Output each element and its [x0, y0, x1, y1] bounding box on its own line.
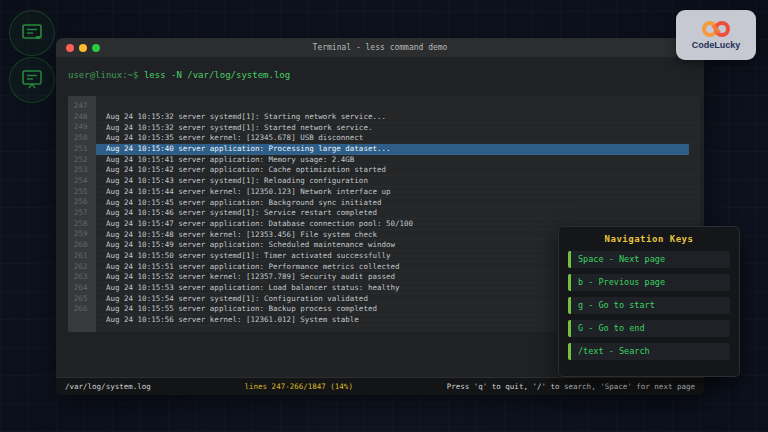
line-number: 247: [74, 101, 96, 112]
log-line: Aug 24 10:15:43 server systemd[1]: Reloa…: [96, 176, 700, 187]
navigation-keys-list: Space - Next pageb - Previous pageg - Go…: [568, 251, 730, 360]
line-number: 249: [74, 122, 96, 133]
navigation-key-item: g - Go to start: [568, 297, 730, 314]
prompt-label: user@linux:~$: [68, 70, 138, 80]
log-line: Aug 24 10:15:41 server application: Memo…: [96, 155, 700, 166]
line-number: 265: [74, 294, 96, 305]
window-title: Terminal - less command demo: [56, 38, 704, 58]
line-number-gutter: 2472482492502512522532542552562572582592…: [68, 96, 96, 332]
log-line: Aug 24 10:15:45 server application: Back…: [96, 198, 700, 209]
infinity-logo-icon: [699, 20, 733, 38]
log-line: Aug 24 10:15:32 server systemd[1]: Start…: [96, 112, 700, 123]
presentation-screen-icon: [9, 57, 55, 103]
log-line: Aug 24 10:15:35 server kernel: [12345.67…: [96, 133, 700, 144]
log-line-highlighted: Aug 24 10:15:40 server application: Proc…: [96, 144, 689, 155]
line-number: 250: [74, 133, 96, 144]
line-number: 258: [74, 219, 96, 230]
line-number: 257: [74, 208, 96, 219]
status-filename: /var/log/system.log: [65, 382, 151, 391]
status-position: lines 247-266/1847 (14%): [151, 382, 447, 391]
navigation-key-item: Space - Next page: [568, 251, 730, 268]
less-status-bar: /var/log/system.log lines 247-266/1847 (…: [56, 377, 704, 395]
line-number: 254: [74, 176, 96, 187]
line-number: 259: [74, 229, 96, 240]
line-number: 255: [74, 187, 96, 198]
status-key-hints: Press 'q' to quit, '/' to search, 'Space…: [447, 382, 695, 391]
chat-message-icon: [9, 10, 55, 56]
line-number: 261: [74, 251, 96, 262]
navigation-keys-panel: Navigation Keys Space - Next pageb - Pre…: [558, 226, 740, 377]
line-number: 251: [74, 144, 96, 155]
line-number: 248: [74, 112, 96, 123]
logo-text: CodeLucky: [692, 40, 741, 50]
line-number: 256: [74, 197, 96, 208]
line-number: 252: [74, 155, 96, 166]
navigation-keys-title: Navigation Keys: [568, 234, 730, 244]
line-number: 263: [74, 272, 96, 283]
log-line: Aug 24 10:15:44 server kernel: [12350.12…: [96, 187, 700, 198]
command-prompt-line: user@linux:~$ less -N /var/log/system.lo…: [68, 70, 290, 80]
navigation-key-item: G - Go to end: [568, 320, 730, 337]
log-line: Aug 24 10:15:42 server application: Cach…: [96, 165, 700, 176]
codelucky-logo[interactable]: CodeLucky: [676, 10, 756, 60]
terminal-titlebar: Terminal - less command demo: [56, 38, 704, 58]
log-line: Aug 24 10:15:46 server systemd[1]: Servi…: [96, 208, 700, 219]
line-number: 266: [74, 304, 96, 315]
navigation-key-item: /text - Search: [568, 343, 730, 360]
line-number: 260: [74, 240, 96, 251]
log-line: Aug 24 10:15:32 server systemd[1]: Start…: [96, 123, 700, 134]
command-text: less -N /var/log/system.log: [144, 70, 290, 80]
navigation-key-item: b - Previous page: [568, 274, 730, 291]
page-background: { "logo": { "text": "CodeLucky" }, "back…: [0, 0, 768, 432]
line-number: 262: [74, 262, 96, 273]
line-number: 253: [74, 165, 96, 176]
line-number: 264: [74, 283, 96, 294]
